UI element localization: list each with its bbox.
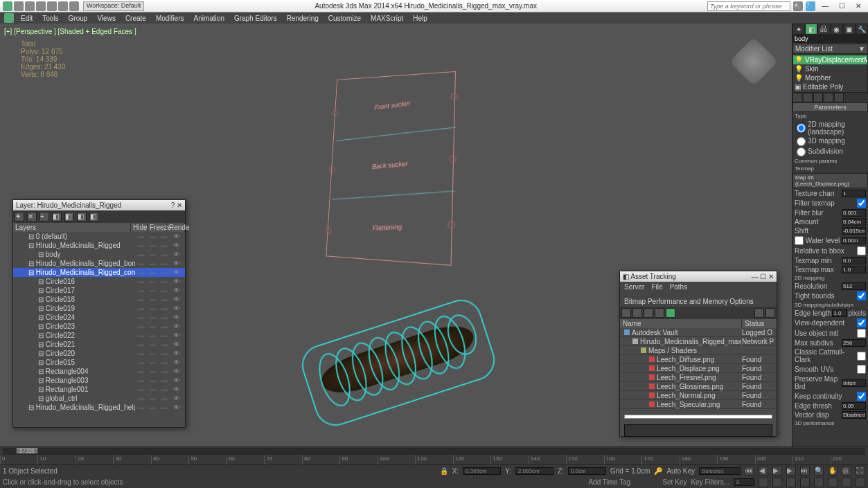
- shift-input[interactable]: [842, 227, 866, 235]
- layer-row[interactable]: ⊟ Circle017———👁: [13, 286, 185, 295]
- minimize-button[interactable]: —: [818, 2, 832, 10]
- nav2-icon[interactable]: [759, 478, 768, 487]
- nav8-icon[interactable]: [842, 478, 851, 487]
- key-icon[interactable]: 🔑: [654, 467, 662, 475]
- col-layers[interactable]: Layers: [13, 223, 131, 232]
- tab-display[interactable]: ▣: [843, 24, 856, 35]
- filtertm-check[interactable]: [857, 199, 866, 208]
- col-render[interactable]: Rende: [167, 223, 185, 232]
- menu-maxscript[interactable]: MAXScript: [371, 15, 403, 22]
- resolution-input[interactable]: [842, 282, 866, 290]
- nav-orbit-icon[interactable]: ◎: [842, 466, 851, 476]
- preserve-input[interactable]: [842, 379, 866, 387]
- frame-input[interactable]: 0: [734, 478, 754, 486]
- select-obj-icon[interactable]: ◧: [52, 212, 62, 222]
- highlight-icon[interactable]: ◧: [64, 212, 74, 222]
- radio-3d[interactable]: [797, 137, 806, 146]
- nav-pan-icon[interactable]: ✋: [828, 466, 838, 476]
- autokey-button[interactable]: Auto Key: [666, 467, 695, 475]
- lock-icon[interactable]: 🔒: [440, 467, 448, 475]
- add-sel-icon[interactable]: +: [39, 212, 49, 222]
- nav7-icon[interactable]: [828, 478, 838, 487]
- app-icon[interactable]: [3, 1, 12, 11]
- asset-row[interactable]: Leech_Specular.pngFound: [620, 400, 777, 409]
- asset-row[interactable]: Leech_Diffuse.pngFound: [620, 355, 777, 364]
- coord-x[interactable]: 0.365cm: [463, 467, 501, 475]
- open-icon[interactable]: [25, 1, 35, 11]
- layer-row[interactable]: ⊟ Hirudo_Medicinalis_Rigged———👁: [13, 241, 185, 250]
- radio-2d[interactable]: [797, 120, 806, 136]
- maxsub-input[interactable]: [842, 339, 866, 347]
- asset-row[interactable]: Autodesk VaultLogged O: [620, 328, 777, 337]
- menu-animation[interactable]: Animation: [193, 15, 224, 22]
- layer-row[interactable]: ⊟ Circle023———👁: [13, 322, 185, 331]
- catmull-check[interactable]: [857, 352, 866, 361]
- layer-row[interactable]: ⊟ Hirudo_Medicinalis_Rigged_bones———👁: [13, 259, 185, 268]
- layer-row[interactable]: ⊟ body———👁: [13, 250, 185, 259]
- layer-row[interactable]: ⊟ Circle022———👁: [13, 331, 185, 340]
- unique-icon[interactable]: [813, 93, 823, 102]
- redo-icon[interactable]: [58, 1, 68, 11]
- asset-max-icon[interactable]: ☐: [760, 273, 766, 280]
- asset-close-icon[interactable]: ✕: [768, 273, 774, 280]
- search-input[interactable]: [707, 1, 790, 11]
- asset-menu-paths[interactable]: Paths: [670, 283, 688, 291]
- menu-help[interactable]: Help: [413, 15, 427, 22]
- menu-modifiers[interactable]: Modifiers: [156, 15, 184, 22]
- tab-create[interactable]: ✦: [792, 24, 805, 35]
- coord-z[interactable]: 0.0cm: [568, 467, 606, 475]
- tmin-input[interactable]: [842, 257, 866, 264]
- object-name[interactable]: body: [792, 35, 868, 43]
- new-icon[interactable]: [14, 1, 24, 11]
- layer-row[interactable]: ⊟ Circle024———👁: [13, 313, 185, 322]
- tab-motion[interactable]: ◉: [831, 24, 843, 35]
- asset-menu-bitmap[interactable]: Bitmap Performance and Memory Options: [624, 298, 754, 305]
- modifier-list-dropdown[interactable]: Modifier List▼: [792, 44, 868, 54]
- modifier-stack[interactable]: 💡VRayDisplacementMod 💡Skin 💡Morpher ▣Edi…: [792, 55, 868, 93]
- time-ruler[interactable]: 0102030405060708090100110120130140150160…: [0, 455, 868, 465]
- amount-input[interactable]: [842, 218, 866, 226]
- relbbox-check[interactable]: [857, 246, 866, 255]
- workspace-dropdown[interactable]: Workspace: Default: [83, 1, 144, 11]
- asset-menu-server[interactable]: Server: [624, 283, 644, 291]
- vecdisp-input[interactable]: [842, 411, 866, 419]
- remove-mod-icon[interactable]: [824, 93, 833, 102]
- layer-row[interactable]: ⊟ Circle020———👁: [13, 349, 185, 358]
- keyfilters-button[interactable]: Key Filters...: [691, 478, 729, 486]
- layer-row[interactable]: ⊟ Circle015———👁: [13, 358, 185, 367]
- asset-row[interactable]: Leech_Displace.pngFound: [620, 364, 777, 373]
- texchan-input[interactable]: [842, 190, 866, 197]
- smoothuv-check[interactable]: [857, 365, 866, 374]
- layer-row[interactable]: ⊟ Circle016———👁: [13, 277, 185, 286]
- asset-scroll[interactable]: [624, 415, 772, 419]
- asset-refresh-icon[interactable]: [621, 308, 631, 318]
- menu-group[interactable]: Group: [69, 15, 88, 22]
- waterlvl-check[interactable]: [795, 236, 804, 245]
- layer-row[interactable]: ⊟ Hirudo_Medicinalis_Rigged_controllers—…: [13, 268, 185, 277]
- link-icon[interactable]: [69, 1, 79, 11]
- star-icon[interactable]: ✦: [793, 1, 803, 11]
- keepcont-check[interactable]: [857, 392, 866, 401]
- layer-row[interactable]: ⊟ Rectangle003———👁: [13, 376, 185, 385]
- next-frame-icon[interactable]: ▶: [786, 466, 796, 476]
- asset-row[interactable]: Maps / Shaders: [620, 346, 777, 355]
- app-menu-icon[interactable]: [4, 13, 14, 23]
- goto-start-icon[interactable]: ⏮: [745, 466, 754, 476]
- tab-utilities[interactable]: 🔧: [856, 24, 868, 35]
- key-filter-dropdown[interactable]: Selected: [699, 467, 741, 475]
- filterblur-input[interactable]: [842, 209, 866, 217]
- asset-opts-icon[interactable]: [765, 308, 775, 318]
- col-hide[interactable]: Hide: [131, 223, 148, 232]
- edgelen-input[interactable]: [832, 309, 847, 317]
- new-layer-icon[interactable]: ✦: [15, 212, 24, 222]
- asset-row[interactable]: Hirudo_Medicinalis_Rigged_max_vray.maxNe…: [620, 337, 777, 346]
- layer-row[interactable]: ⊟ Rectangle001———👁: [13, 385, 185, 394]
- asset-row[interactable]: Leech_Glossines.pngFound: [620, 382, 777, 391]
- layer-help-icon[interactable]: ?: [171, 201, 175, 209]
- maximize-button[interactable]: ☐: [835, 2, 849, 10]
- menu-views[interactable]: Views: [97, 15, 116, 22]
- menu-tools[interactable]: Tools: [42, 15, 58, 22]
- tmax-input[interactable]: [842, 266, 866, 273]
- nav-max-icon[interactable]: ⛶: [856, 466, 865, 476]
- close-button[interactable]: ✕: [851, 2, 865, 10]
